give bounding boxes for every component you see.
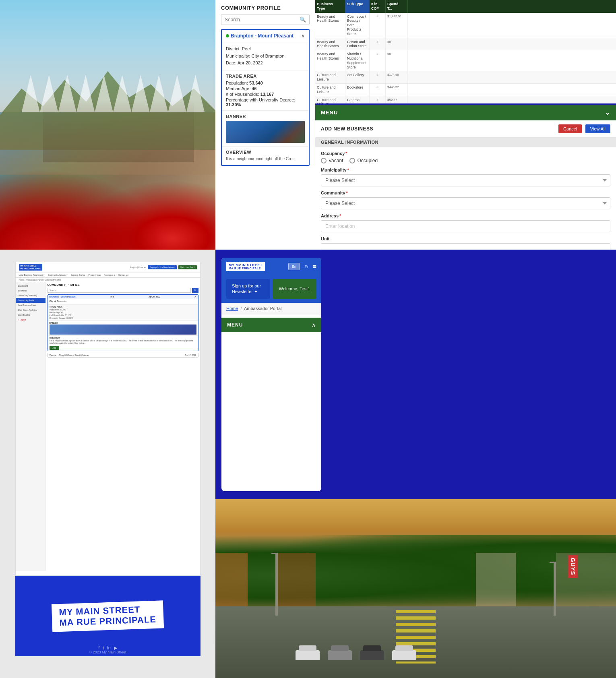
mini-main-area: COMMUNITY PROFILE 🔍 Brampton - Mount Ple… [46,282,200,571]
nav-community[interactable]: Community Activate [48,274,68,276]
td-subtype-4: Art Gallery [345,71,370,83]
mobile-logo-line2: MA RUE PRINCIPALE [229,267,263,270]
neon-sign: GUYS [568,556,578,578]
lang-fr-btn[interactable]: Fr [302,263,312,270]
th-spend: SpendT... [386,0,408,13]
car-4 [392,650,416,660]
mini-profile-details: City of Brampton [48,299,198,304]
nav-success[interactable]: Success Stories [71,274,85,276]
address-input[interactable] [321,220,610,232]
mini-main-title: COMMUNITY PROFILE [48,283,198,286]
footer-logo-text: MY MAIN STREET MA RUE PRINCIPALE [52,600,164,632]
mini-sidebar-community[interactable]: Community Profile [16,298,45,303]
th-business-type: BusinessType [315,0,345,13]
banner-label: BANNER [226,114,305,119]
community-profile-panel: COMMUNITY PROFILE 🔍 Brampton - Mount Ple… [215,0,315,250]
form-menu-bar[interactable]: MENU ⌄ [315,105,616,120]
mini-add-button[interactable]: Add [50,346,60,350]
district-line: District: Peel [226,45,305,53]
mini-screenshot: MY MAIN STREET MA RUE PRINCIPALE English… [15,262,201,576]
form-actions-row: ADD NEW BUSINESS Cancel View All [315,120,616,137]
car-1 [296,650,320,660]
general-info-bar: GENERAL INFORMATION [315,137,616,147]
table-body: Beauty and Health Stores Cosmetics / Bea… [315,13,616,105]
profile-section: Brampton - Mount Pleasant ∧ District: Pe… [221,29,310,166]
welcome-button[interactable]: Welcome, Test1 [273,279,316,299]
hamburger-icon[interactable]: ≡ [313,263,316,270]
menu-chevron-icon: ∧ [312,322,316,328]
mobile-breadcrumb: Home / Ambassador Portal [221,303,321,314]
td-spend-6: $60.47 [386,96,408,105]
mini-search-field[interactable] [48,288,191,293]
td-subtype-5: Bookstore [345,84,370,96]
mini-sidebar-analytics[interactable]: Main Street Analytics [16,308,45,312]
table-row: Culture and Leisure Art Gallery 8 $174.9… [315,71,616,84]
mini-search-row: 🔍 [48,288,198,293]
add-business-label: ADD NEW BUSINESS [321,126,373,132]
newsletter-button[interactable]: Sign up for our Newsletter ✦ [226,279,270,299]
table-header: BusinessType Sub Type # inCO** SpendT... [315,0,616,13]
td-spend-1: $1,485.91 [386,13,408,38]
nav-contact[interactable]: Contact Us [118,274,128,276]
table-row: Culture and Leisure Cinema 8 $60.47 [315,96,616,105]
mini-newsletter-btn[interactable]: Sign up for our Newsletter ▸ [148,265,177,269]
td-count-5: 8 [370,84,386,96]
households-stat: # of Households: 13,167 [226,92,305,97]
streetlight-right [554,562,556,615]
nav-map[interactable]: Program Map [88,274,100,276]
mini-overview: OVERVIEW It is a neighbourhood right off… [48,335,198,345]
population-stat: Population: 53,640 [226,81,305,85]
vacant-option[interactable]: Vacant [321,158,343,163]
mobile-logo-badge: MY MAIN STREET MA RUE PRINCIPALE [226,262,265,271]
nav-local-business[interactable]: Local Business Accelerator [19,274,45,276]
mini-breadcrumb: Home / Ambassador Portal / Community Pro… [16,278,200,282]
footer-logo-area: MY MAIN STREET MA RUE PRINCIPALE f t in … [15,576,201,656]
mobile-logo-line1: MY MAIN STREET [229,263,263,267]
occupied-option[interactable]: Occupied [349,158,378,163]
cancel-button[interactable]: Cancel [558,124,582,133]
mini-sidebar-profile[interactable]: My Profile [16,288,45,293]
mini-profile-district: Peel [110,296,114,298]
mini-second-profile-row: Vaughan - Thornhill (Centre Street) Vaug… [48,353,198,357]
view-all-button[interactable]: View All [585,124,610,133]
footer-logo-box: MY MAIN STREET MA RUE PRINCIPALE [52,602,163,630]
mini-sidebar-logout[interactable]: + Logout [16,317,45,322]
mini-sidebar-cases[interactable]: Case Studies [16,312,45,317]
td-spend-5: $440.52 [386,84,408,96]
mini-sidebar-dashboard[interactable]: Dashboard [16,283,45,288]
mini-sidebar-inventory[interactable]: Community Inventory [16,293,45,298]
community-select[interactable]: Please Select [321,197,610,209]
search-container[interactable]: 🔍 [221,14,310,25]
home-breadcrumb-link[interactable]: Home [226,306,238,311]
trade-area-label: TRADE AREA [226,74,305,79]
address-label: Address* [321,213,610,218]
mobile-screen: MY MAIN STREET MA RUE PRINCIPALE En Fr ≡… [221,258,321,491]
mini-second-profile: Vaughan - Thornhill (Centre Street) Vaug… [48,353,198,358]
vacant-radio[interactable] [321,158,327,163]
td-count-2: 8 [370,38,386,50]
community-label: Community* [321,190,610,195]
td-type-2: Beauty and Health Stores [315,38,345,50]
mobile-menu-bar[interactable]: MENU ∧ [221,318,321,332]
municipality-select[interactable]: Please Select [321,174,610,186]
nav-resources[interactable]: Resources [104,274,115,276]
mini-welcome-btn[interactable]: Welcome, Test1 [178,265,196,269]
td-subtype-2: Cream and Lotion Store [345,38,370,50]
mini-profile-card: Brampton - Mount Pleasant Peel Apr 20, 2… [48,294,198,351]
td-spend-4: $174.99 [386,71,408,83]
mini-search-button[interactable]: 🔍 [192,288,198,293]
mini-logo: MY MAIN STREET MA RUE PRINCIPALE [19,264,43,271]
search-input[interactable] [225,17,297,23]
mini-profile-row: Brampton - Mount Pleasant Peel Apr 20, 2… [48,295,198,299]
municipality-group: Municipality* Please Select [321,167,610,186]
mini-sidebar-business[interactable]: New Business Ideas [16,303,45,308]
mini-banner-section: BANNER [48,320,198,335]
occupied-radio[interactable] [349,158,355,163]
car-2 [328,650,352,660]
lang-en-btn[interactable]: En [288,263,300,270]
mini-content: Dashboard My Profile Community Inventory… [16,282,200,571]
mini-second-name: Vaughan - Thornhill (Centre Street) Vaug… [50,354,89,356]
td-type-4: Culture and Leisure [315,71,345,83]
profile-title-link[interactable]: Brampton - Mount Pleasant [226,33,294,39]
unit-input[interactable] [321,243,610,250]
